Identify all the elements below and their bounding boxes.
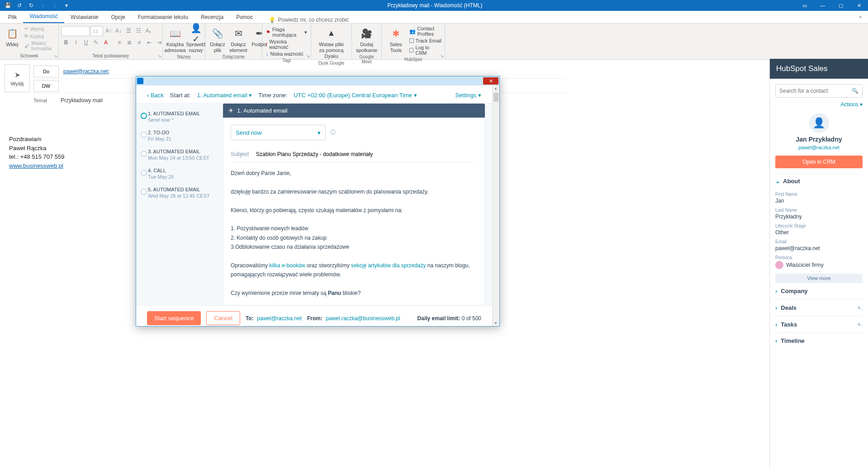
indent-in-icon[interactable]: ⇥ — [155, 38, 164, 47]
google-meet-button[interactable]: 🎥Dodaj spotkanie — [355, 24, 379, 53]
ebooks-link[interactable]: kilka e-booków — [269, 262, 305, 269]
deals-section[interactable]: ›Deals+. — [775, 299, 863, 316]
signature-url-link[interactable]: www.businessweb.pl — [9, 162, 63, 169]
ribbon-options-icon[interactable]: ▭ — [796, 0, 814, 11]
search-contact-field[interactable] — [779, 88, 852, 94]
highlight-icon[interactable]: ✎ — [91, 38, 100, 47]
track-email-checkbox[interactable]: Track Email — [409, 38, 442, 44]
to-recipient-link[interactable]: pawel@raczka.net — [63, 68, 108, 75]
subject-value[interactable]: Szablon Planu Sprzedaży - dodatkowe mate… — [256, 151, 373, 157]
sequence-step[interactable]: 1. AUTOMATED EMAILSend now * — [148, 111, 216, 123]
qat-more-icon[interactable]: ▾ — [62, 1, 71, 9]
scroll-thumb[interactable] — [493, 93, 498, 102]
open-in-crm-button[interactable]: Open in CRM — [775, 156, 863, 168]
high-importance-button[interactable]: !Wysoka ważność — [265, 38, 308, 50]
font-launcher-icon[interactable]: ↘ — [158, 54, 161, 58]
send-button[interactable]: ➤ Wyślij — [5, 64, 30, 92]
cc-button[interactable]: DW — [33, 80, 59, 92]
start-sequence-button[interactable]: Start sequence — [147, 311, 201, 325]
tab-file[interactable]: Plik — [2, 11, 23, 23]
sequence-steps-list: 1. AUTOMATED EMAILSend now * 2. TO-DOFri… — [136, 104, 220, 305]
save-icon[interactable]: 💾 — [4, 1, 12, 9]
daily-limit-label: Daily email limit: — [417, 315, 460, 322]
align-center-icon[interactable]: ≣ — [125, 38, 134, 47]
close-button[interactable]: ✕ — [850, 0, 868, 11]
low-importance-button[interactable]: ↓Niska ważność — [265, 51, 304, 57]
add-deal-button[interactable]: +. — [857, 304, 863, 311]
tags-launcher-icon[interactable]: ↘ — [306, 54, 310, 58]
indent-out-icon[interactable]: ⇤ — [145, 38, 154, 47]
hubspot-tools-button[interactable]: ✱Sales Tools — [384, 24, 408, 53]
minimize-button[interactable]: — — [814, 0, 832, 11]
cancel-button[interactable]: Cancel — [206, 311, 240, 325]
attach-item-button[interactable]: ✉Dołącz element — [229, 24, 248, 53]
articles-link[interactable]: sekcję artykułów dla sprzedaży — [351, 262, 426, 269]
tab-review[interactable]: Recenzja — [194, 11, 230, 23]
contact-name: Jan Przykładny — [775, 136, 863, 143]
timezone-dropdown[interactable]: UTC +02:00 (Europe) Central European Tim… — [294, 92, 417, 99]
redo-icon[interactable]: ↻ — [27, 1, 35, 9]
attach-file-button[interactable]: 📎Dołącz plik — [208, 24, 227, 53]
address-book-button[interactable]: 📖Książka adresowa — [166, 24, 185, 53]
paste-button[interactable]: 📋 Wklej — [3, 24, 22, 47]
underline-button[interactable]: U — [81, 38, 90, 47]
tell-me-search[interactable]: 💡 Powiedz mi, co chcesz zrobić — [269, 17, 349, 23]
align-right-icon[interactable]: ≡ — [135, 38, 144, 47]
followup-flag-button[interactable]: ⚑Flaga monitująca ▾ — [265, 26, 308, 38]
tab-message[interactable]: Wiadomość — [23, 10, 64, 23]
clipboard-launcher-icon[interactable]: ↘ — [54, 54, 57, 58]
font-size-select[interactable]: 11 — [90, 26, 103, 36]
sequence-step[interactable]: 3. AUTOMATED EMAILMon May 24 at 13:50 CE… — [148, 149, 216, 161]
dialog-titlebar[interactable]: ✕ — [136, 76, 499, 85]
to-field[interactable]: pawel@raczka.net; — [63, 68, 109, 75]
hubspot-launcher-icon[interactable]: ↘ — [440, 54, 444, 58]
undo-icon[interactable]: ↺ — [15, 1, 24, 9]
back-button[interactable]: ‹ Back — [147, 92, 164, 99]
font-family-select[interactable] — [62, 26, 90, 36]
to-button[interactable]: Do — [33, 66, 59, 77]
tab-format[interactable]: Formatowanie tekstu — [132, 11, 194, 23]
drive-insert-button[interactable]: ▲Wstaw pliki za pomocą Dysku — [314, 24, 349, 60]
subject-field[interactable]: Przykładowy mail — [61, 97, 103, 104]
tab-insert[interactable]: Wstawianie — [64, 11, 104, 23]
bullets-icon[interactable]: ☰ — [124, 26, 133, 35]
search-contact-input[interactable]: 🔍 — [775, 84, 863, 98]
send-timing-dropdown[interactable]: Send now▾ — [231, 125, 326, 140]
settings-dropdown[interactable]: Settings ▾ — [455, 92, 481, 99]
email-template-body[interactable]: Dzień dobry Panie Janie, dziękuję bardzo… — [231, 162, 477, 298]
dialog-scrollbar[interactable] — [492, 85, 499, 326]
italic-button[interactable]: I — [71, 38, 81, 47]
numbering-icon[interactable]: ☷ — [134, 26, 143, 35]
sequence-step[interactable]: 2. TO-DOFri May 21 — [148, 130, 216, 142]
bold-button[interactable]: B — [62, 38, 71, 47]
contact-email-link[interactable]: pawel@raczka.net — [775, 145, 863, 150]
about-section-header[interactable]: ⌄About — [775, 174, 863, 188]
names-group-label: Nazwy — [166, 53, 202, 60]
font-color-icon[interactable]: A — [101, 38, 110, 47]
view-more-button[interactable]: View more — [775, 274, 863, 283]
styles-icon[interactable]: Aₐ — [144, 26, 153, 35]
tasks-section[interactable]: ›Tasks+. — [775, 316, 863, 332]
company-section[interactable]: ›Company — [775, 283, 863, 299]
start-at-dropdown[interactable]: 1. Automated email ▾ — [197, 92, 252, 99]
info-icon[interactable]: ⓘ — [330, 129, 336, 137]
maximize-button[interactable]: ▢ — [832, 0, 850, 11]
grow-font-icon[interactable]: A↑ — [104, 26, 113, 35]
collapse-ribbon-icon[interactable]: ^ — [857, 13, 863, 23]
from-value[interactable]: pawel.raczka@businessweb.pl — [326, 315, 400, 322]
log-to-crm-checkbox[interactable]: Log to CRM — [409, 44, 442, 56]
persona-avatar-icon — [775, 261, 783, 269]
align-left-icon[interactable]: ≡ — [115, 38, 124, 47]
tab-help[interactable]: Pomoc — [230, 11, 259, 23]
check-names-button[interactable]: 👤✓Sprawdź nazwy — [186, 24, 205, 53]
tab-options[interactable]: Opcje — [104, 11, 131, 23]
timeline-section[interactable]: ›Timeline — [775, 332, 863, 349]
add-task-button[interactable]: +. — [857, 321, 863, 328]
sequence-step[interactable]: 5. AUTOMATED EMAILWed May 26 at 12:45 CE… — [148, 187, 216, 199]
sequence-step[interactable]: 4. CALLTue May 25 — [148, 168, 216, 180]
dialog-close-button[interactable]: ✕ — [483, 77, 498, 85]
to-value[interactable]: pawel@raczka.net — [257, 315, 302, 322]
actions-dropdown[interactable]: Actions ▾ — [775, 101, 863, 108]
shrink-font-icon[interactable]: A↓ — [114, 26, 123, 35]
contact-profiles-button[interactable]: 👥Contact Profiles — [409, 25, 442, 37]
